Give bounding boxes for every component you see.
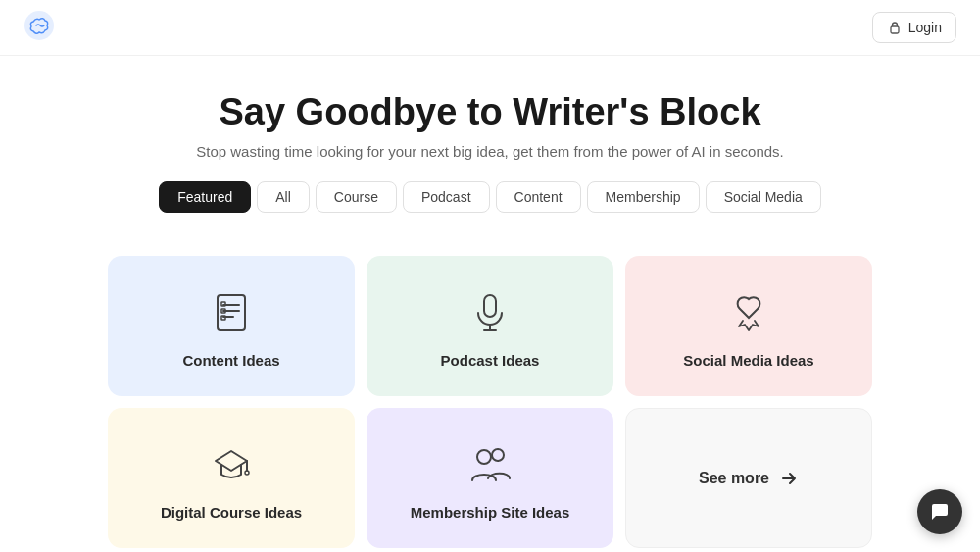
card-content-ideas[interactable]: Content Ideas — [108, 256, 355, 396]
logo — [24, 10, 55, 45]
see-more-card[interactable]: See more — [625, 408, 872, 548]
cards-grid: Content Ideas Podcast Ideas Social Media… — [88, 256, 892, 548]
login-label: Login — [908, 20, 942, 35]
card-membership-site-ideas[interactable]: Membership Site Ideas — [367, 408, 613, 548]
card-social-media-ideas[interactable]: Social Media Ideas — [625, 256, 872, 396]
card-digital-course-ideas[interactable]: Digital Course Ideas — [108, 408, 355, 548]
see-more-content: See more — [699, 469, 799, 488]
filter-tab-all[interactable]: All — [257, 181, 310, 213]
content-ideas-icon — [206, 287, 257, 338]
podcast-ideas-label: Podcast Ideas — [441, 352, 540, 369]
header: Login — [0, 0, 980, 56]
social-media-ideas-label: Social Media Ideas — [683, 352, 813, 369]
lock-icon — [887, 20, 903, 35]
digital-course-ideas-label: Digital Course Ideas — [161, 504, 302, 521]
footer: Terms of Service Privacy Policy Built by… — [0, 548, 980, 552]
svg-rect-9 — [484, 295, 496, 317]
login-button[interactable]: Login — [872, 12, 956, 43]
filter-tab-social-media[interactable]: Social Media — [706, 181, 821, 213]
content-ideas-label: Content Ideas — [182, 352, 279, 369]
filter-tabs: Featured All Course Podcast Content Memb… — [20, 181, 960, 213]
filter-tab-podcast[interactable]: Podcast — [403, 181, 490, 213]
arrow-right-icon — [779, 469, 799, 488]
chat-icon — [929, 501, 951, 523]
digital-course-ideas-icon — [206, 439, 257, 490]
card-podcast-ideas[interactable]: Podcast Ideas — [367, 256, 613, 396]
see-more-label: See more — [699, 470, 769, 487]
hero-subtitle: Stop wasting time looking for your next … — [20, 143, 960, 160]
svg-point-14 — [477, 450, 491, 464]
svg-point-15 — [492, 449, 504, 461]
hero-title: Say Goodbye to Writer's Block — [20, 91, 960, 133]
filter-tab-content[interactable]: Content — [496, 181, 581, 213]
membership-site-ideas-icon — [465, 439, 515, 490]
svg-rect-1 — [891, 26, 899, 33]
social-media-ideas-icon — [723, 287, 774, 338]
svg-point-13 — [245, 471, 249, 475]
hero-section: Say Goodbye to Writer's Block Stop wasti… — [0, 56, 980, 256]
filter-tab-course[interactable]: Course — [316, 181, 397, 213]
filter-tab-membership[interactable]: Membership — [587, 181, 700, 213]
filter-tab-featured[interactable]: Featured — [159, 181, 251, 213]
podcast-ideas-icon — [465, 287, 515, 338]
membership-site-ideas-label: Membership Site Ideas — [411, 504, 570, 521]
chat-bubble-button[interactable] — [917, 489, 962, 534]
